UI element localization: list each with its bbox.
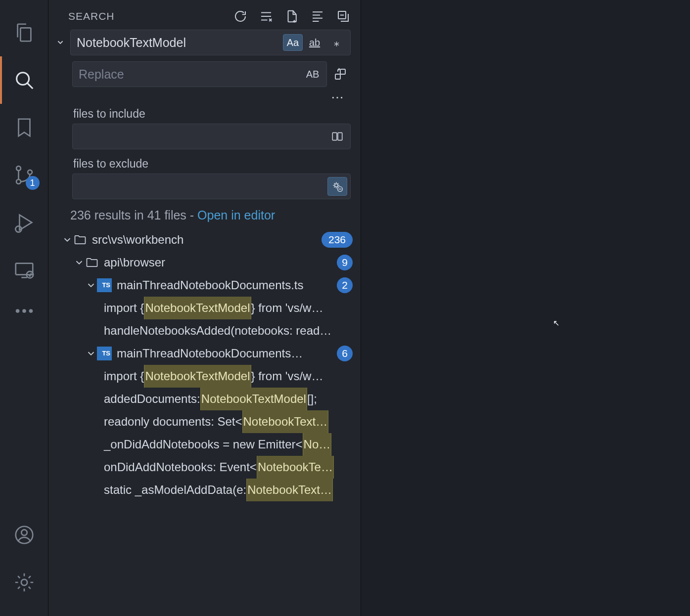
toggle-replace-icon[interactable] [53, 30, 67, 55]
files-exclude-input[interactable] [79, 180, 327, 193]
svg-rect-16 [332, 132, 337, 140]
use-regex-icon[interactable]: ⁎ [326, 34, 346, 51]
svg-rect-15 [340, 69, 345, 74]
svg-point-11 [21, 529, 27, 535]
files-exclude-input-wrap [72, 174, 351, 199]
clear-results-icon[interactable] [259, 9, 274, 24]
chevron-down-icon [73, 257, 85, 268]
count-badge: 9 [337, 255, 353, 270]
replace-input[interactable] [79, 67, 303, 82]
remote-icon[interactable] [0, 246, 48, 294]
search-panel: SEARCH [48, 0, 361, 616]
tree-file-label: mainThreadNotebookDocuments… [117, 342, 333, 365]
match-row[interactable]: import { NotebookTextModel } from 'vs/w… [48, 365, 361, 388]
typescript-file-icon: TS [97, 278, 112, 292]
match-row[interactable]: static _asModelAddData(e: NotebookText… [48, 479, 361, 501]
scm-badge: 1 [26, 176, 40, 190]
files-include-input[interactable] [79, 130, 327, 143]
tree-folder-row[interactable]: src\vs\workbench 236 [48, 228, 361, 251]
files-exclude-label: files to exclude [53, 149, 351, 174]
chevron-down-icon [85, 280, 97, 291]
search-input-wrap: Aa ab ⁎ [70, 30, 351, 55]
count-badge: 236 [322, 232, 353, 248]
open-in-editor-link[interactable]: Open in editor [197, 208, 275, 222]
account-icon[interactable] [0, 511, 48, 559]
results-summary: 236 results in 41 files - Open in editor [48, 199, 361, 228]
match-row[interactable]: import { NotebookTextModel } from 'vs/w… [48, 297, 361, 319]
match-row[interactable]: addedDocuments: NotebookTextModel[]; [48, 388, 361, 410]
search-icon[interactable] [0, 56, 48, 104]
tree-folder-label: src\vs\workbench [92, 228, 318, 251]
match-case-icon[interactable]: Aa [283, 34, 303, 51]
source-control-icon[interactable]: 1 [0, 151, 48, 199]
replace-input-wrap: AB [72, 61, 327, 87]
svg-rect-14 [335, 74, 340, 79]
svg-point-12 [21, 579, 27, 585]
tree-file-row[interactable]: TS mainThreadNotebookDocuments… 6 [48, 342, 361, 365]
tree-folder-row[interactable]: api\browser 9 [48, 251, 361, 274]
match-row[interactable]: onDidAddNotebooks: Event<NotebookTe… [48, 456, 361, 479]
svg-rect-5 [15, 264, 33, 275]
view-as-tree-icon[interactable] [310, 9, 325, 24]
svg-point-3 [28, 170, 32, 175]
count-badge: 2 [337, 277, 353, 293]
chevron-down-icon [61, 234, 73, 245]
toggle-search-details-icon[interactable]: ⋯ [53, 87, 351, 105]
tree-file-row[interactable]: TS mainThreadNotebookDocuments.ts 2 [48, 274, 361, 297]
refresh-icon[interactable] [233, 9, 248, 24]
chevron-down-icon [85, 348, 97, 359]
replace-all-icon[interactable] [330, 61, 351, 87]
bookmark-icon[interactable] [0, 104, 48, 151]
collapse-all-icon[interactable] [336, 9, 351, 24]
typescript-file-icon: TS [97, 347, 112, 360]
open-files-only-icon[interactable] [327, 127, 347, 146]
panel-title: SEARCH [68, 10, 115, 22]
use-exclude-settings-icon[interactable] [327, 177, 347, 196]
search-input[interactable] [77, 36, 283, 50]
files-include-input-wrap [72, 124, 351, 149]
preserve-case-icon[interactable]: AB [303, 66, 322, 83]
svg-point-18 [335, 184, 338, 187]
run-debug-icon[interactable] [0, 199, 48, 246]
svg-point-2 [16, 179, 21, 184]
tree-folder-label: api\browser [104, 251, 333, 274]
more-icon[interactable] [0, 294, 48, 328]
svg-point-7 [15, 309, 19, 313]
results-tree: src\vs\workbench 236 api\browser 9 TS ma… [48, 228, 361, 616]
folder-icon [85, 256, 99, 269]
match-row[interactable]: handleNotebooksAdded(notebooks: read… [48, 319, 361, 342]
activity-bar: 1 [0, 0, 48, 616]
new-search-editor-icon[interactable] [284, 9, 299, 24]
svg-point-0 [16, 73, 29, 85]
explorer-icon[interactable] [0, 9, 48, 56]
svg-point-1 [16, 166, 21, 171]
match-whole-word-icon[interactable]: ab [305, 34, 324, 51]
svg-point-8 [22, 309, 26, 313]
count-badge: 6 [337, 346, 353, 361]
svg-rect-17 [338, 132, 342, 140]
editor-area [361, 0, 690, 616]
files-include-label: files to include [53, 105, 351, 124]
svg-point-9 [29, 309, 33, 313]
tree-file-label: mainThreadNotebookDocuments.ts [117, 274, 333, 297]
folder-icon [73, 233, 87, 247]
match-row[interactable]: readonly documents: Set<NotebookText… [48, 410, 361, 433]
match-row[interactable]: _onDidAddNotebooks = new Emitter<No… [48, 433, 361, 456]
settings-gear-icon[interactable] [0, 559, 48, 606]
